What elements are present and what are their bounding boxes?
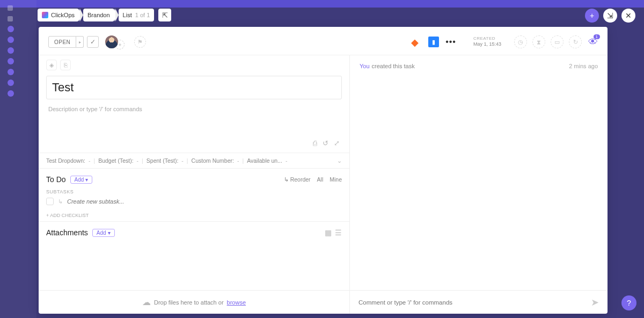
task-modal: OPEN ▸ ✓ + ⚑ ◆ ▮ ••• CREATED May 1, 15:4… [39, 27, 608, 314]
browse-link[interactable]: browse [227, 299, 246, 306]
crumb-folder[interactable]: Brandon [83, 9, 114, 21]
custom-fields-toggle[interactable]: ⌄ [337, 157, 342, 164]
time-tracked-icon[interactable]: ⧗ [532, 35, 545, 48]
filter-mine[interactable]: Mine [330, 176, 342, 183]
add-checklist-button[interactable]: + ADD CHECKLIST [46, 213, 342, 218]
task-title-input[interactable] [46, 76, 342, 99]
filter-all[interactable]: All [317, 176, 324, 183]
start-date-icon[interactable]: ▭ [551, 35, 564, 48]
open-new-window-button[interactable]: ⇲ [603, 9, 617, 23]
custom-fields-row: Test Dropdown: - | Budget (Test): - | Sp… [39, 153, 349, 169]
status-dropdown[interactable]: ▸ [76, 36, 84, 48]
time-estimate-icon[interactable]: ◷ [514, 35, 527, 48]
new-task-button[interactable]: + [585, 9, 599, 23]
comment-input[interactable] [358, 299, 591, 306]
activity-entry: You created this task 2 mins ago [350, 55, 608, 77]
subtasks-label: SUBTASKS [46, 189, 342, 194]
share-icon[interactable]: ⇱ [158, 9, 171, 21]
subtask-status-icon[interactable] [46, 198, 54, 205]
print-icon[interactable]: ⎙ [313, 139, 317, 147]
status-button[interactable]: OPEN [48, 36, 76, 48]
crumb-space[interactable]: ClickOps [38, 9, 79, 21]
todo-title: To Do [46, 175, 66, 184]
cloud-upload-icon: ☁ [142, 297, 151, 307]
create-subtask-input[interactable] [67, 198, 342, 205]
link-icon[interactable]: ⎘ [60, 60, 71, 70]
created-meta: CREATED May 1, 15:43 [473, 36, 501, 48]
send-icon[interactable]: ➤ [591, 297, 599, 308]
task-description-input[interactable] [46, 103, 342, 115]
due-date-icon[interactable]: ↻ [569, 35, 582, 48]
priority-flag-icon[interactable]: ⚑ [134, 36, 146, 48]
help-fab[interactable]: ? [621, 295, 636, 310]
gitlab-icon[interactable]: ◆ [411, 37, 422, 47]
bitbucket-icon[interactable]: ▮ [428, 37, 439, 47]
attachments-add-button[interactable]: Add ▾ [92, 229, 115, 237]
watchers-icon[interactable]: 👁1 [588, 37, 598, 48]
complete-button[interactable]: ✓ [87, 36, 99, 48]
reorder-button[interactable]: ↳ Reorder [284, 176, 311, 183]
drop-zone[interactable]: ☁ Drop files here to attach or browse [39, 291, 350, 314]
subtask-branch-icon: ↳ [58, 198, 63, 205]
tag-icon[interactable]: ◈ [46, 60, 57, 70]
close-button[interactable]: ✕ [621, 9, 635, 23]
list-view-icon[interactable]: ☰ [335, 228, 342, 237]
attachments-title: Attachments [46, 228, 88, 237]
todo-add-button[interactable]: Add ▾ [70, 176, 93, 184]
breadcrumb: ClickOps Brandon List1 of 1 ⇱ [38, 9, 171, 21]
grid-view-icon[interactable]: ▦ [325, 228, 332, 237]
history-icon[interactable]: ↺ [323, 139, 328, 147]
more-menu-button[interactable]: ••• [445, 37, 456, 47]
expand-icon[interactable]: ⤢ [334, 139, 340, 147]
crumb-list[interactable]: List1 of 1 [119, 9, 155, 21]
